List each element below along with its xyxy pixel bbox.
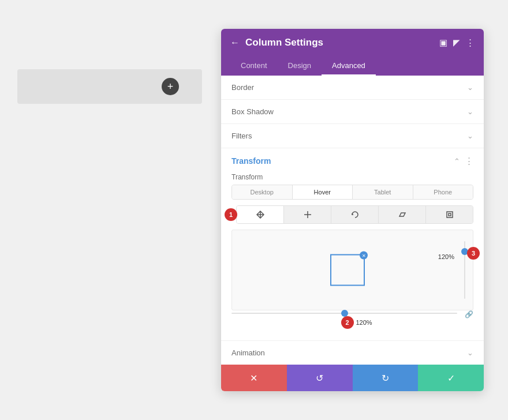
header-icons: ▣ ◤ ⋮ bbox=[439, 38, 475, 48]
transform-visual-wrapper: ✕ 120% 3 bbox=[231, 230, 473, 329]
transform-visual: ✕ 120% 3 bbox=[231, 230, 473, 310]
box-shadow-label: Box Shadow bbox=[231, 107, 274, 116]
panel-title: Column Settings bbox=[245, 37, 434, 48]
animation-label: Animation bbox=[231, 348, 265, 357]
layout-icon[interactable]: ◤ bbox=[453, 38, 460, 48]
border-label: Border bbox=[231, 83, 254, 92]
transform-title: Transform bbox=[231, 156, 271, 166]
scale-button[interactable] bbox=[284, 206, 331, 223]
h-slider-label-row: 2 120% bbox=[341, 316, 474, 329]
panel-body: Border ⌄ Box Shadow ⌄ Filters ⌄ Transfor… bbox=[221, 76, 484, 365]
resp-tab-desktop[interactable]: Desktop bbox=[232, 185, 293, 199]
scale-box-close[interactable]: ✕ bbox=[360, 252, 368, 260]
tab-advanced[interactable]: Advanced bbox=[322, 57, 376, 76]
h-slider-value: 120% bbox=[356, 319, 372, 326]
undo-button[interactable]: ↺ bbox=[287, 365, 353, 391]
redo-button[interactable]: ↻ bbox=[353, 365, 419, 391]
save-button[interactable]: ✓ bbox=[418, 365, 484, 391]
settings-icon[interactable]: ▣ bbox=[439, 38, 447, 48]
vertical-slider-container bbox=[457, 230, 473, 310]
svg-marker-4 bbox=[399, 213, 405, 216]
transform-header: Transform ⌃ ⋮ bbox=[221, 148, 484, 171]
column-settings-panel: ← Column Settings ▣ ◤ ⋮ Content Design A… bbox=[221, 29, 484, 391]
border-arrow: ⌄ bbox=[467, 83, 473, 92]
filters-arrow: ⌄ bbox=[467, 132, 473, 140]
action-bar: ✕ ↺ ↻ ✓ bbox=[221, 365, 484, 391]
animation-section[interactable]: Animation ⌄ bbox=[221, 340, 484, 365]
v-slider-value: 120% bbox=[438, 253, 454, 260]
origin-button[interactable] bbox=[426, 206, 473, 223]
border-section[interactable]: Border ⌄ bbox=[221, 76, 484, 100]
resp-tab-tablet[interactable]: Tablet bbox=[353, 185, 413, 199]
transform-section: Transform ⌃ ⋮ Transform Desktop Hover Ta… bbox=[221, 148, 484, 340]
back-button[interactable]: ← bbox=[230, 38, 240, 48]
transform-header-right: ⌃ ⋮ bbox=[454, 156, 473, 166]
horizontal-slider-track bbox=[231, 313, 457, 314]
responsive-tabs: Desktop Hover Tablet Phone bbox=[231, 185, 473, 200]
scaled-element: ✕ bbox=[330, 254, 365, 286]
move-button[interactable] bbox=[237, 206, 284, 223]
animation-arrow: ⌄ bbox=[467, 348, 473, 357]
box-shadow-section[interactable]: Box Shadow ⌄ bbox=[221, 100, 484, 124]
badge-2: 2 bbox=[341, 316, 354, 329]
transform-type-buttons bbox=[236, 205, 473, 224]
transform-sublabel: Transform bbox=[221, 171, 484, 185]
add-section-button[interactable]: + bbox=[162, 78, 179, 95]
box-shadow-arrow: ⌄ bbox=[467, 107, 473, 116]
panel-tabs: Content Design Advanced bbox=[221, 57, 484, 76]
horizontal-slider-container: 🔗 2 120% bbox=[231, 313, 473, 329]
scale-box: ✕ bbox=[330, 254, 365, 286]
svg-rect-6 bbox=[449, 213, 451, 216]
badge-3: 3 bbox=[467, 247, 480, 260]
more-icon[interactable]: ⋮ bbox=[466, 38, 475, 48]
badge-1: 1 bbox=[225, 208, 237, 221]
transform-more-button[interactable]: ⋮ bbox=[465, 156, 473, 166]
tab-design[interactable]: Design bbox=[278, 57, 322, 76]
rotate-button[interactable] bbox=[331, 206, 379, 223]
filters-section[interactable]: Filters ⌄ bbox=[221, 124, 484, 148]
transform-icons-wrapper: 1 bbox=[221, 205, 484, 224]
vertical-slider-track bbox=[464, 241, 465, 299]
tab-content[interactable]: Content bbox=[230, 57, 278, 76]
resp-tab-phone[interactable]: Phone bbox=[413, 185, 473, 199]
filters-label: Filters bbox=[231, 132, 252, 140]
resp-tab-hover[interactable]: Hover bbox=[293, 185, 353, 199]
transform-collapse-button[interactable]: ⌃ bbox=[454, 157, 460, 166]
cancel-button[interactable]: ✕ bbox=[221, 365, 287, 391]
svg-rect-5 bbox=[447, 212, 453, 217]
skew-button[interactable] bbox=[379, 206, 426, 223]
panel-header: ← Column Settings ▣ ◤ ⋮ bbox=[221, 29, 484, 57]
